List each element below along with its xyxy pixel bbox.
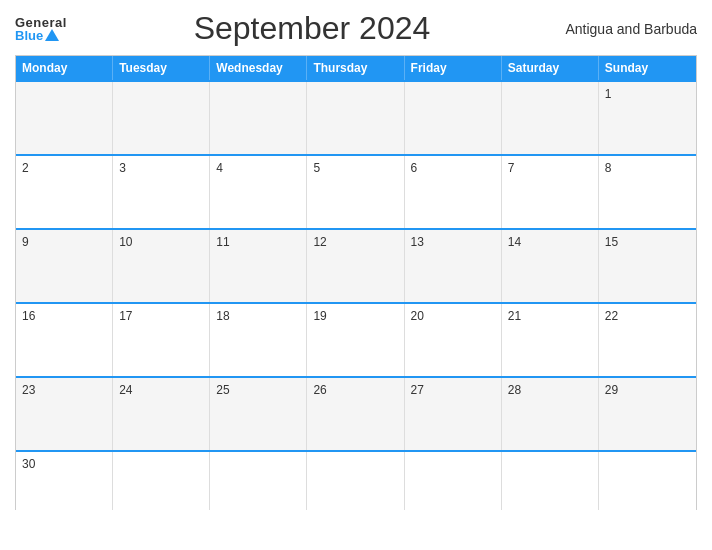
logo-blue-text: Blue [15,29,59,42]
day-cell-8: 8 [599,156,696,228]
day-cell [405,82,502,154]
day-cell-15: 15 [599,230,696,302]
day-cell-23: 23 [16,378,113,450]
day-cell-4: 4 [210,156,307,228]
calendar-title: September 2024 [67,10,557,47]
header-sunday: Sunday [599,56,696,80]
day-cell-14: 14 [502,230,599,302]
country-name: Antigua and Barbuda [557,21,697,37]
day-cell-30: 30 [16,452,113,510]
day-cell-17: 17 [113,304,210,376]
header-saturday: Saturday [502,56,599,80]
day-headers-row: Monday Tuesday Wednesday Thursday Friday… [16,56,696,80]
logo: General Blue [15,16,67,42]
week-row-5: 23 24 25 26 27 28 29 [16,376,696,450]
day-cell-6: 6 [405,156,502,228]
day-cell [502,82,599,154]
calendar-page: General Blue September 2024 Antigua and … [0,0,712,550]
day-cell-3: 3 [113,156,210,228]
day-cell [16,82,113,154]
week-row-4: 16 17 18 19 20 21 22 [16,302,696,376]
day-cell [210,82,307,154]
day-cell-18: 18 [210,304,307,376]
day-cell-21: 21 [502,304,599,376]
calendar-weeks: 1 2 3 4 5 6 7 8 9 10 11 12 13 14 15 [16,80,696,510]
day-cell-20: 20 [405,304,502,376]
day-cell [307,452,404,510]
day-cell-12: 12 [307,230,404,302]
header-monday: Monday [16,56,113,80]
calendar-header: General Blue September 2024 Antigua and … [15,10,697,47]
day-cell-11: 11 [210,230,307,302]
day-cell-22: 22 [599,304,696,376]
calendar-grid: Monday Tuesday Wednesday Thursday Friday… [15,55,697,510]
week-row-2: 2 3 4 5 6 7 8 [16,154,696,228]
day-cell [599,452,696,510]
day-cell-19: 19 [307,304,404,376]
day-cell-28: 28 [502,378,599,450]
day-cell-10: 10 [113,230,210,302]
day-cell [113,452,210,510]
header-wednesday: Wednesday [210,56,307,80]
header-thursday: Thursday [307,56,404,80]
header-friday: Friday [405,56,502,80]
logo-triangle-icon [45,29,59,41]
day-cell-25: 25 [210,378,307,450]
day-cell [210,452,307,510]
day-cell-9: 9 [16,230,113,302]
day-cell-7: 7 [502,156,599,228]
week-row-6: 30 [16,450,696,510]
week-row-1: 1 [16,80,696,154]
day-cell-27: 27 [405,378,502,450]
day-cell [405,452,502,510]
day-cell [307,82,404,154]
day-cell-1: 1 [599,82,696,154]
logo-general-text: General [15,16,67,29]
day-cell-24: 24 [113,378,210,450]
day-cell [113,82,210,154]
day-cell-5: 5 [307,156,404,228]
day-cell-26: 26 [307,378,404,450]
header-tuesday: Tuesday [113,56,210,80]
day-cell-13: 13 [405,230,502,302]
day-cell [502,452,599,510]
day-cell-16: 16 [16,304,113,376]
day-cell-29: 29 [599,378,696,450]
day-cell-2: 2 [16,156,113,228]
week-row-3: 9 10 11 12 13 14 15 [16,228,696,302]
